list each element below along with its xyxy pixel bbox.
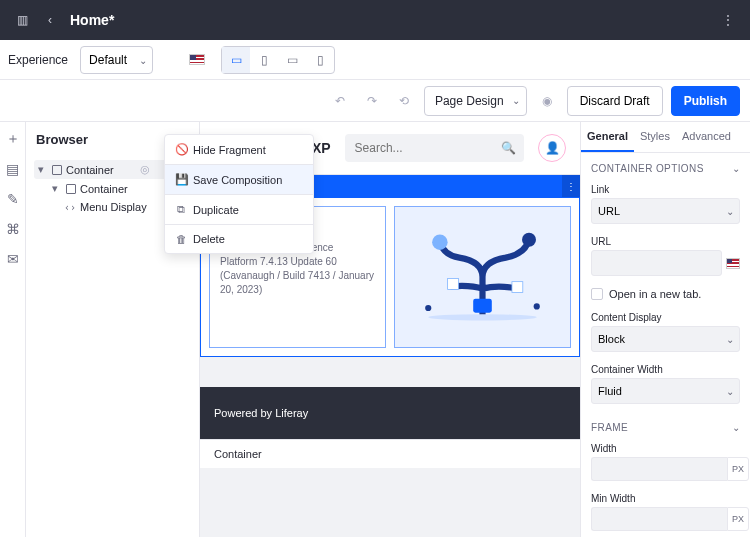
- section-container-options[interactable]: CONTAINER OPTIONS⌄: [581, 153, 750, 180]
- svg-point-6: [425, 305, 431, 311]
- experience-label: Experience: [8, 53, 68, 67]
- history-icon[interactable]: ⟲: [392, 89, 416, 113]
- panel-toggle-icon[interactable]: ▥: [8, 6, 36, 34]
- svg-rect-2: [448, 279, 459, 290]
- menu-duplicate[interactable]: ⧉ Duplicate: [165, 195, 313, 224]
- container-icon: [66, 184, 76, 194]
- tree-illustration-icon: [405, 217, 560, 337]
- chevron-down-icon: ⌄: [732, 422, 740, 433]
- browser-title: Browser: [36, 132, 88, 147]
- experience-bar: Experience Default ⌄ ▭ ▯ ▭ ▯: [0, 40, 750, 80]
- link-label: Link: [591, 184, 740, 195]
- newtab-checkbox[interactable]: [591, 288, 603, 300]
- tablet-portrait-icon[interactable]: ▭: [278, 47, 306, 73]
- search-input[interactable]: [345, 134, 524, 162]
- container-width-select[interactable]: Fluid: [591, 378, 740, 404]
- content-display-label: Content Display: [591, 312, 740, 323]
- tablet-landscape-icon[interactable]: ▯: [250, 47, 278, 73]
- svg-point-7: [534, 303, 540, 309]
- tab-general[interactable]: General: [581, 122, 634, 152]
- kebab-icon[interactable]: ⋮: [714, 6, 742, 34]
- svg-point-5: [428, 314, 537, 320]
- properties-panel: General Styles Advanced CONTAINER OPTION…: [580, 122, 750, 537]
- action-bar: ↶ ↷ ⟲ Page Design⌄ ◉ Discard Draft Publi…: [0, 80, 750, 122]
- locale-flag-icon[interactable]: [189, 54, 205, 65]
- page-design-select[interactable]: Page Design⌄: [424, 86, 527, 116]
- preview-icon[interactable]: ◉: [535, 89, 559, 113]
- svg-rect-3: [512, 282, 523, 293]
- width-input[interactable]: [591, 457, 727, 481]
- design-icon[interactable]: ✎: [4, 190, 22, 208]
- publish-button[interactable]: Publish: [671, 86, 740, 116]
- eye-icon[interactable]: ◎: [136, 163, 154, 176]
- svg-point-1: [522, 233, 536, 247]
- section-frame[interactable]: FRAME⌄: [581, 412, 750, 439]
- chevron-down-icon[interactable]: ▾: [38, 163, 48, 176]
- topbar: ▥ ‹ Home* ⋮: [0, 0, 750, 40]
- footer-dark: Powered by Liferay: [200, 387, 580, 439]
- hide-icon: 🚫: [175, 143, 187, 156]
- mapping-icon[interactable]: ⌘: [4, 220, 22, 238]
- comments-icon[interactable]: ✉: [4, 250, 22, 268]
- svg-point-0: [432, 234, 448, 250]
- tab-styles[interactable]: Styles: [634, 122, 676, 152]
- context-menu: 🚫 Hide Fragment 💾 Save Composition ⧉ Dup…: [164, 134, 314, 254]
- container-icon: [52, 165, 62, 175]
- back-icon[interactable]: ‹: [36, 6, 64, 34]
- discard-draft-button[interactable]: Discard Draft: [567, 86, 663, 116]
- browser-icon[interactable]: ▤: [4, 160, 22, 178]
- svg-rect-4: [473, 299, 492, 313]
- container-width-label: Container Width: [591, 364, 740, 375]
- left-rail: ＋ ▤ ✎ ⌘ ✉: [0, 122, 26, 537]
- menu-hide-fragment[interactable]: 🚫 Hide Fragment: [165, 135, 313, 164]
- trash-icon: 🗑: [175, 233, 187, 245]
- newtab-label: Open in a new tab.: [609, 288, 701, 300]
- mobile-icon[interactable]: ▯: [306, 47, 334, 73]
- chevron-down-icon: ⌄: [732, 163, 740, 174]
- selection-actions-icon[interactable]: ⋮: [562, 175, 580, 197]
- illustration-card[interactable]: [394, 206, 571, 348]
- url-input[interactable]: [591, 250, 722, 276]
- browser-panel: Browser × ▾ Container ◎ ⋮ ▾ Container ‹›…: [26, 122, 200, 537]
- desktop-icon[interactable]: ▭: [222, 47, 250, 73]
- url-label: URL: [591, 236, 740, 247]
- footer-container-label: Container: [200, 439, 580, 468]
- undo-icon[interactable]: ↶: [328, 89, 352, 113]
- tab-advanced[interactable]: Advanced: [676, 122, 737, 152]
- redo-icon[interactable]: ↷: [360, 89, 384, 113]
- experience-select[interactable]: Default: [80, 46, 153, 74]
- duplicate-icon: ⧉: [175, 203, 187, 216]
- add-icon[interactable]: ＋: [4, 130, 22, 148]
- device-preview-group: ▭ ▯ ▭ ▯: [221, 46, 335, 74]
- content-display-select[interactable]: Block: [591, 326, 740, 352]
- fragment-icon: ‹›: [64, 202, 76, 213]
- minwidth-input[interactable]: [591, 507, 727, 531]
- locale-flag-icon[interactable]: [726, 258, 740, 269]
- menu-save-composition[interactable]: 💾 Save Composition: [165, 165, 313, 194]
- search-icon[interactable]: 🔍: [501, 141, 516, 155]
- page-title: Home*: [70, 12, 114, 28]
- link-select[interactable]: URL: [591, 198, 740, 224]
- chevron-down-icon[interactable]: ▾: [52, 182, 62, 195]
- avatar[interactable]: 👤: [538, 134, 566, 162]
- save-icon: 💾: [175, 173, 187, 186]
- menu-delete[interactable]: 🗑 Delete: [165, 225, 313, 253]
